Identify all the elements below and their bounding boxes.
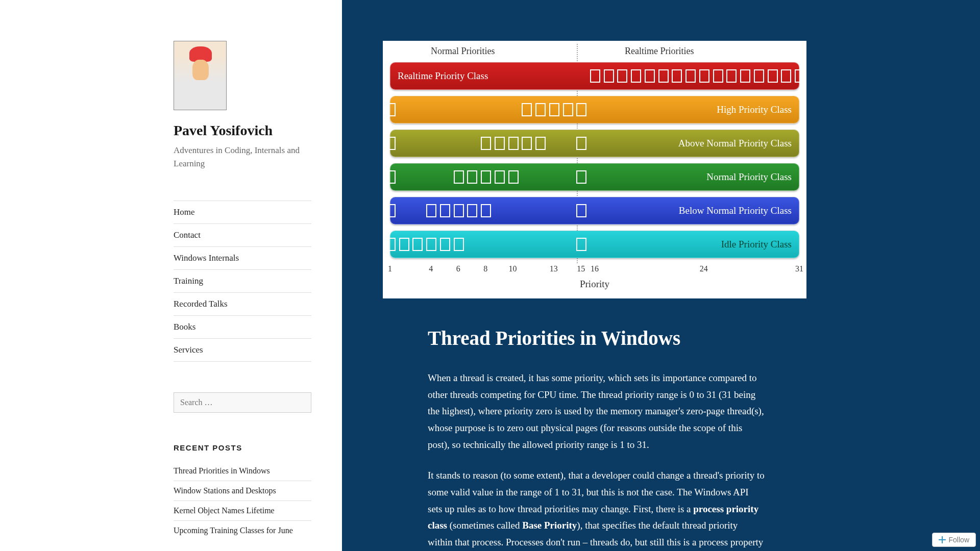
priority-bar-label: Below Normal Priority Class	[672, 205, 799, 216]
priority-marker	[740, 69, 750, 83]
axis-tick-label: 8	[483, 264, 487, 273]
priority-marker	[385, 137, 396, 150]
priority-marker	[549, 103, 559, 116]
priority-marker	[576, 204, 586, 217]
priority-marker	[590, 69, 600, 83]
priority-bar: Realtime Priority Class	[390, 62, 799, 90]
axis-tick-label: 4	[429, 264, 433, 273]
priority-marker	[522, 103, 532, 116]
priority-marker	[454, 170, 464, 184]
axis-tick-label: 15	[577, 264, 585, 273]
site-title-link[interactable]: Pavel Yosifovich	[174, 122, 311, 139]
priority-marker	[713, 69, 723, 83]
priority-axis: 1468101315162431	[390, 264, 799, 277]
priority-marker	[658, 69, 669, 83]
tagline: Adventures in Coding, Internals and Lear…	[174, 144, 311, 170]
axis-tick-label: 31	[795, 264, 803, 273]
nav-item-windows-internals[interactable]: Windows Internals	[174, 247, 311, 270]
follow-button[interactable]: Follow	[932, 533, 976, 547]
priority-bar-label: Above Normal Priority Class	[671, 138, 799, 149]
priority-bar-label: Normal Priority Class	[699, 171, 799, 183]
priority-marker	[535, 103, 546, 116]
article: Thread Priorities in Windows When a thre…	[428, 327, 765, 551]
priority-marker	[522, 137, 532, 150]
nav-item-books[interactable]: Books	[174, 316, 311, 339]
axis-tick-label: 6	[456, 264, 460, 273]
priority-marker	[426, 204, 436, 217]
priority-marker	[454, 204, 464, 217]
priority-bar: Idle Priority Class	[390, 231, 799, 258]
priority-marker	[795, 69, 805, 83]
article-paragraph: When a thread is created, it has some pr…	[428, 370, 765, 453]
recent-post-link[interactable]: Upcoming Training Classes for June	[174, 521, 311, 540]
recent-posts-heading: RECENT POSTS	[174, 443, 311, 452]
priority-marker	[495, 170, 505, 184]
follow-label: Follow	[949, 536, 969, 544]
priority-marker	[685, 69, 696, 83]
nav-item-contact[interactable]: Contact	[174, 224, 311, 247]
priority-marker	[508, 137, 519, 150]
nav-item-services[interactable]: Services	[174, 339, 311, 362]
priority-marker	[454, 238, 464, 251]
axis-tick-label: 13	[550, 264, 558, 273]
diagram-header-realtime: Realtime Priorities	[625, 46, 694, 57]
priority-marker	[385, 103, 396, 116]
priority-marker	[495, 137, 505, 150]
axis-tick-label: 24	[700, 264, 708, 273]
axis-tick-label: 10	[509, 264, 517, 273]
priority-marker	[726, 69, 737, 83]
priority-marker	[440, 204, 450, 217]
priority-axis-label: Priority	[390, 279, 799, 290]
priority-marker	[399, 238, 409, 251]
main-content: Normal Priorities Realtime Priorities Re…	[342, 0, 980, 551]
primary-nav: Home Contact Windows Internals Training …	[174, 201, 311, 362]
priority-marker	[617, 69, 627, 83]
axis-tick-label: 1	[388, 264, 392, 273]
priority-marker	[645, 69, 655, 83]
nav-item-home[interactable]: Home	[174, 201, 311, 224]
article-title: Thread Priorities in Windows	[428, 327, 765, 349]
priority-marker	[768, 69, 778, 83]
nav-item-training[interactable]: Training	[174, 270, 311, 293]
article-paragraph: It stands to reason (to some extent), th…	[428, 467, 765, 551]
search-input[interactable]	[174, 392, 311, 413]
priority-bar: Normal Priority Class	[390, 163, 799, 191]
priority-marker	[576, 103, 586, 116]
priority-marker	[535, 137, 546, 150]
priority-marker	[781, 69, 791, 83]
priority-marker	[385, 238, 396, 251]
avatar[interactable]	[174, 41, 227, 110]
recent-post-link[interactable]: Kernel Object Names Lifetime	[174, 501, 311, 521]
priority-marker	[481, 170, 491, 184]
priority-marker	[481, 137, 491, 150]
sidebar: Pavel Yosifovich Adventures in Coding, I…	[0, 0, 342, 551]
priority-marker	[754, 69, 764, 83]
priority-marker	[576, 170, 586, 184]
recent-post-link[interactable]: Thread Priorities in Windows	[174, 466, 311, 481]
priority-marker	[440, 238, 450, 251]
priority-marker	[467, 204, 477, 217]
priority-marker	[563, 103, 573, 116]
priority-marker	[508, 170, 519, 184]
priority-bar-label: Idle Priority Class	[714, 239, 799, 250]
priority-diagram: Normal Priorities Realtime Priorities Re…	[383, 41, 806, 298]
priority-marker	[576, 238, 586, 251]
priority-bars: Realtime Priority ClassHigh Priority Cla…	[390, 62, 799, 258]
priority-bar-label: High Priority Class	[709, 104, 799, 115]
priority-marker	[426, 238, 436, 251]
priority-bar: Above Normal Priority Class	[390, 130, 799, 157]
priority-bar: High Priority Class	[390, 96, 799, 123]
priority-bar-label: Realtime Priority Class	[390, 70, 495, 82]
priority-marker	[467, 170, 477, 184]
priority-marker	[385, 170, 396, 184]
plus-icon	[939, 536, 946, 543]
priority-marker	[385, 204, 396, 217]
recent-post-link[interactable]: Window Stations and Desktops	[174, 481, 311, 501]
priority-marker	[481, 204, 491, 217]
nav-item-recorded-talks[interactable]: Recorded Talks	[174, 293, 311, 316]
priority-marker	[699, 69, 709, 83]
recent-posts-list: Thread Priorities in Windows Window Stat…	[174, 466, 311, 540]
diagram-header-normal: Normal Priorities	[431, 46, 495, 57]
priority-marker	[672, 69, 682, 83]
priority-marker	[604, 69, 614, 83]
